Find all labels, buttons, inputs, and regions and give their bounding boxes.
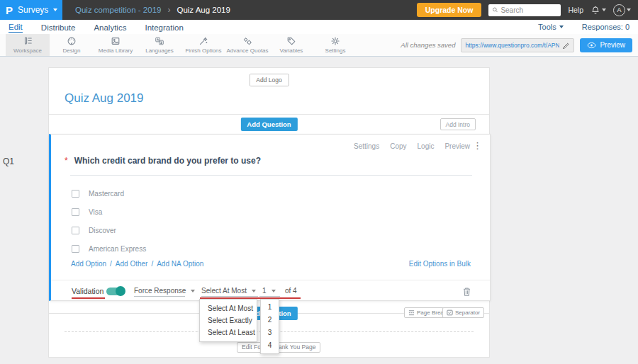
survey-title[interactable]: Quiz Aug 2019 xyxy=(65,91,144,106)
breadcrumb-parent[interactable]: Quiz competition - 2019 xyxy=(75,6,161,14)
toolbar-item-label: Workspace xyxy=(13,47,42,54)
tab-integration[interactable]: Integration xyxy=(145,22,183,33)
survey-url-input[interactable] xyxy=(465,42,559,49)
help-link[interactable]: Help xyxy=(568,6,583,14)
validation-toggle[interactable] xyxy=(106,288,124,295)
brand-surveys-menu[interactable]: P Surveys xyxy=(0,0,62,20)
menu-item-select-exactly[interactable]: Select Exactly xyxy=(200,314,257,326)
bell-icon xyxy=(591,5,600,16)
design-icon xyxy=(67,36,77,46)
delete-question-button[interactable] xyxy=(462,286,471,297)
notifications-menu[interactable] xyxy=(591,5,606,16)
finish-options-icon xyxy=(198,36,208,46)
question-preview-link[interactable]: Preview xyxy=(444,142,470,150)
question-actions: Settings Copy Logic Preview xyxy=(354,142,470,150)
toolbar-item-variables[interactable]: Variables xyxy=(269,34,313,56)
toolbar-item-languages[interactable]: Languages xyxy=(138,34,181,56)
checkbox[interactable] xyxy=(72,190,79,198)
tools-menu[interactable]: Tools xyxy=(538,23,564,31)
question-text-row: * Which credit card brand do you prefer … xyxy=(65,156,261,166)
add-other-link[interactable]: Add Other xyxy=(116,260,148,268)
add-na-option-link[interactable]: Add NA Option xyxy=(157,260,203,268)
question-card: Settings Copy Logic Preview ⋮ * Which cr… xyxy=(49,134,491,301)
select-rule-dropdown[interactable]: Select At Most xyxy=(201,287,256,295)
upgrade-now-button[interactable]: Upgrade Now xyxy=(417,3,482,17)
answer-option-row: Visa xyxy=(72,207,102,217)
tools-label: Tools xyxy=(538,23,556,31)
add-question-button[interactable]: Add Question xyxy=(240,118,297,131)
menu-item-count-1[interactable]: 1 xyxy=(261,301,279,314)
divider xyxy=(51,280,490,280)
chevron-down-icon xyxy=(627,8,631,11)
count-value: 1 xyxy=(262,287,267,295)
preview-button[interactable]: Preview xyxy=(580,38,632,52)
question-logic-link[interactable]: Logic xyxy=(418,142,435,150)
survey-page: Add Logo Quiz Aug 2019 Add Question Add … xyxy=(48,67,490,358)
surveys-menu-label: Surveys xyxy=(18,5,48,15)
pencil-icon[interactable] xyxy=(562,41,570,49)
chevron-down-icon xyxy=(602,8,606,11)
avatar: A xyxy=(613,4,625,16)
variables-icon xyxy=(286,36,296,46)
search-box[interactable] xyxy=(488,4,561,16)
annotation-underline xyxy=(72,297,105,299)
advance-quotas-icon xyxy=(242,36,252,46)
preview-label: Preview xyxy=(600,41,625,49)
dropdown-underline xyxy=(259,296,280,297)
option-label[interactable]: Discover xyxy=(89,227,116,234)
survey-url-box[interactable] xyxy=(461,38,574,52)
checkbox[interactable] xyxy=(72,227,79,234)
search-input[interactable] xyxy=(500,6,557,14)
breadcrumb: Quiz competition - 2019 › Quiz Aug 2019 xyxy=(75,5,230,15)
survey-editor-canvas: Q1 Add Logo Quiz Aug 2019 Add Question A… xyxy=(0,57,638,364)
menu-item-select-at-least[interactable]: Select At Least xyxy=(200,326,257,339)
menu-item-count-2[interactable]: 2 xyxy=(261,314,279,326)
media-library-icon xyxy=(111,36,121,46)
menu-item-count-4[interactable]: 4 xyxy=(261,339,279,352)
save-status: All changes saved xyxy=(401,41,455,49)
checkbox[interactable] xyxy=(72,208,79,216)
menu-item-select-at-most[interactable]: Select At Most xyxy=(200,302,257,314)
option-label[interactable]: Visa xyxy=(89,208,102,216)
checkbox[interactable] xyxy=(72,245,79,253)
add-intro-button[interactable]: Add Intro xyxy=(440,118,476,130)
top-bar: P Surveys Quiz competition - 2019 › Quiz… xyxy=(0,0,638,20)
edit-options-in-bulk-link[interactable]: Edit Options in Bulk xyxy=(409,260,471,268)
toolbar-item-settings[interactable]: Settings xyxy=(313,34,357,56)
force-response-dropdown[interactable]: Force Response xyxy=(134,287,195,295)
menu-item-count-3[interactable]: 3 xyxy=(261,326,279,339)
tab-edit[interactable]: Edit xyxy=(9,21,23,33)
toolbar-item-workspace[interactable]: Workspace xyxy=(6,34,50,56)
toolbar-item-finish-options[interactable]: Finish Options xyxy=(181,34,225,56)
more-options-icon[interactable]: ⋮ xyxy=(473,140,482,151)
answer-option-row: American Express xyxy=(72,244,146,254)
toolbar-item-label: Media Library xyxy=(99,47,133,54)
toolbar-item-advance-quotas[interactable]: Advance Quotas xyxy=(225,34,269,56)
add-option-link[interactable]: Add Option xyxy=(71,260,106,268)
add-logo-button[interactable]: Add Logo xyxy=(249,74,289,86)
force-response-value: Force Response xyxy=(134,287,186,295)
responses-count[interactable]: Responses: 0 xyxy=(582,23,629,31)
required-asterisk: * xyxy=(65,156,68,166)
of-total-label: of 4 xyxy=(285,287,297,295)
tab-distribute[interactable]: Distribute xyxy=(41,22,76,33)
questionpro-app: P Surveys Quiz competition - 2019 › Quiz… xyxy=(0,0,638,364)
count-dropdown[interactable]: 1 xyxy=(262,287,276,295)
toolbar-item-design[interactable]: Design xyxy=(50,34,94,56)
dropdown-underline xyxy=(134,296,185,297)
account-menu[interactable]: A xyxy=(613,4,631,16)
option-label[interactable]: Mastercard xyxy=(89,190,124,198)
question-text[interactable]: Which credit card brand do you prefer to… xyxy=(74,156,261,166)
nav-bar: Edit Distribute Analytics Integration To… xyxy=(0,20,638,34)
separator-button[interactable]: Separator xyxy=(442,307,484,318)
tab-analytics[interactable]: Analytics xyxy=(94,22,126,33)
chevron-down-icon xyxy=(191,290,195,292)
breadcrumb-current: Quiz Aug 2019 xyxy=(177,6,230,14)
toolbar-item-media-library[interactable]: Media Library xyxy=(94,34,138,56)
topbar-right: Upgrade Now Help A xyxy=(417,3,638,17)
select-rule-menu: Select At Most Select Exactly Select At … xyxy=(199,299,257,342)
option-label[interactable]: American Express xyxy=(89,245,146,253)
question-copy-link[interactable]: Copy xyxy=(390,142,406,150)
question-settings-link[interactable]: Settings xyxy=(354,142,379,150)
breadcrumb-chevron-icon: › xyxy=(167,5,170,15)
